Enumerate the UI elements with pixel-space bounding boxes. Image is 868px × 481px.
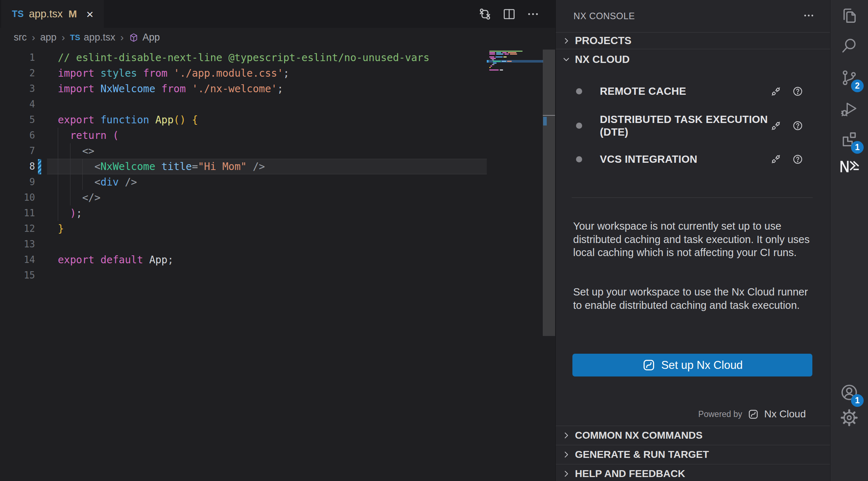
breadcrumb-item-app[interactable]: App [129, 32, 160, 43]
minimap-code-bar [492, 64, 494, 65]
code-line-1[interactable]: 1// eslint-disable-next-line @typescript… [0, 50, 555, 65]
editor-scrollbar[interactable] [543, 50, 555, 336]
code-line-9[interactable]: 9 <div /> [0, 174, 555, 190]
split-editor-icon[interactable] [502, 7, 516, 21]
section-nx-cloud[interactable]: NX CLOUD [556, 49, 830, 69]
close-tab-icon[interactable]: × [86, 8, 94, 20]
code-text [35, 268, 58, 283]
minimap-code-bar [490, 65, 492, 67]
chevron-right-icon [562, 469, 571, 478]
more-actions-icon[interactable] [526, 7, 540, 21]
plug-connect-icon[interactable] [770, 120, 782, 132]
minimap-code-bar [489, 67, 491, 68]
code-text: </> [35, 190, 100, 205]
minimap-code-bar [489, 54, 495, 55]
notification-badge: 1 [851, 141, 864, 154]
chevron-right-icon [562, 431, 571, 440]
minimap-code-bar [496, 54, 503, 55]
section-generate-run-target[interactable]: GENERATE & RUN TARGET [556, 445, 830, 464]
line-number: 2 [0, 65, 35, 81]
section-projects[interactable]: PROJECTS [556, 32, 830, 49]
nx-cloud-brand-label: Nx Cloud [764, 408, 806, 420]
status-dot-icon [576, 123, 582, 129]
code-line-15[interactable]: 15 [0, 268, 555, 283]
gear-icon [839, 408, 859, 427]
line-number: 7 [0, 143, 35, 159]
workspace-description: Your workspace is not currently set up t… [573, 220, 812, 259]
tab-filename: app.tsx [29, 8, 63, 20]
code-line-5[interactable]: 5export function App() { [0, 112, 555, 128]
section-nx-cloud-label: NX CLOUD [575, 54, 629, 65]
chevron-down-icon [562, 55, 571, 64]
overview-cursor-marker [543, 115, 555, 116]
activity-source-control[interactable]: 2 [836, 65, 862, 91]
powered-by-row: Powered by Nx Cloud [698, 407, 806, 421]
code-line-11[interactable]: 11 ); [0, 205, 555, 221]
code-line-6[interactable]: 6 return ( [0, 128, 555, 143]
section-label: GENERATE & RUN TARGET [575, 449, 709, 460]
code-line-2[interactable]: 2import styles from './app.module.css'; [0, 65, 555, 81]
editor-toolbar [477, 0, 540, 28]
line-number: 1 [0, 50, 35, 65]
chevron-right-icon [562, 450, 571, 459]
code-line-14[interactable]: 14export default App; [0, 252, 555, 268]
line-number: 5 [0, 112, 35, 128]
notification-badge: 2 [851, 80, 864, 92]
help-icon[interactable] [792, 86, 803, 97]
code-editor[interactable]: 1// eslint-disable-next-line @typescript… [0, 47, 555, 481]
code-line-4[interactable]: 4 [0, 97, 555, 112]
breadcrumb-label: src [14, 32, 27, 43]
activity-explorer[interactable] [836, 3, 862, 29]
breadcrumb-item-app[interactable]: app [40, 32, 56, 43]
breadcrumb-separator: › [31, 32, 35, 43]
minimap-code-bar [503, 56, 507, 58]
activity-extensions[interactable]: 1 [836, 126, 862, 152]
code-line-13[interactable]: 13 [0, 237, 555, 252]
breadcrumb-item-src[interactable]: src [14, 32, 27, 43]
open-changes-icon[interactable] [477, 7, 493, 22]
code-text: import NxWelcome from './nx-welcome'; [35, 81, 283, 97]
activity-settings[interactable] [836, 405, 862, 431]
help-icon[interactable] [792, 154, 803, 165]
feature-row-distributed-task-execution-dte-: DISTRIBUTED TASK EXECUTION (DTE) [556, 108, 830, 143]
plug-connect-icon[interactable] [770, 153, 782, 165]
code-line-10[interactable]: 10 </> [0, 190, 555, 205]
line-number: 9 [0, 174, 35, 190]
git-modified-badge: M [68, 8, 77, 20]
minimap-code-bar [489, 56, 494, 58]
gutter-modified-indicator [38, 159, 41, 174]
powered-by-label: Powered by [698, 409, 742, 419]
activity-accounts[interactable]: 1 [836, 379, 862, 405]
tab-app-tsx[interactable]: TS app.tsx M × [1, 0, 104, 28]
more-actions-icon[interactable] [803, 9, 815, 23]
activity-search[interactable] [836, 33, 862, 59]
minimap-code-bar [492, 59, 494, 60]
code-line-7[interactable]: 7 <> [0, 143, 555, 159]
activity-run-and-debug[interactable] [836, 96, 862, 122]
minimap[interactable] [487, 50, 543, 75]
typescript-file-icon: TS [12, 9, 24, 19]
minimap-code-bar [495, 56, 503, 58]
feature-row-vcs-integration: VCS INTEGRATION [556, 143, 830, 175]
section-help-and-feedback[interactable]: HELP AND FEEDBACK [556, 464, 830, 481]
code-text: } [35, 221, 64, 237]
chevron-right-icon [562, 36, 571, 46]
section-projects-label: PROJECTS [575, 35, 631, 47]
help-icon[interactable] [792, 120, 803, 131]
code-line-8[interactable]: 8 <NxWelcome title="Hi Mom" /> [0, 159, 555, 174]
line-number: 12 [0, 221, 35, 237]
breadcrumb-item-app-tsx[interactable]: TSapp.tsx [70, 32, 115, 43]
code-text [35, 97, 58, 112]
symbol-cube-icon [129, 33, 139, 43]
overview-modified-marker [543, 117, 547, 125]
tab-bar: TS app.tsx M × [0, 0, 555, 28]
activity-nx-console[interactable] [836, 153, 862, 179]
code-line-3[interactable]: 3import NxWelcome from './nx-welcome'; [0, 81, 555, 97]
plug-connect-icon[interactable] [770, 85, 782, 98]
setup-nx-cloud-button[interactable]: Set up Nx Cloud [572, 354, 812, 376]
code-line-12[interactable]: 12} [0, 221, 555, 237]
nx-console-panel: NX CONSOLE PROJECTS NX CLOUD REMOTE CACH… [555, 0, 830, 481]
search-icon [840, 37, 859, 55]
section-common-nx-commands[interactable]: COMMON NX COMMANDS [556, 426, 830, 445]
line-number: 11 [0, 205, 35, 221]
